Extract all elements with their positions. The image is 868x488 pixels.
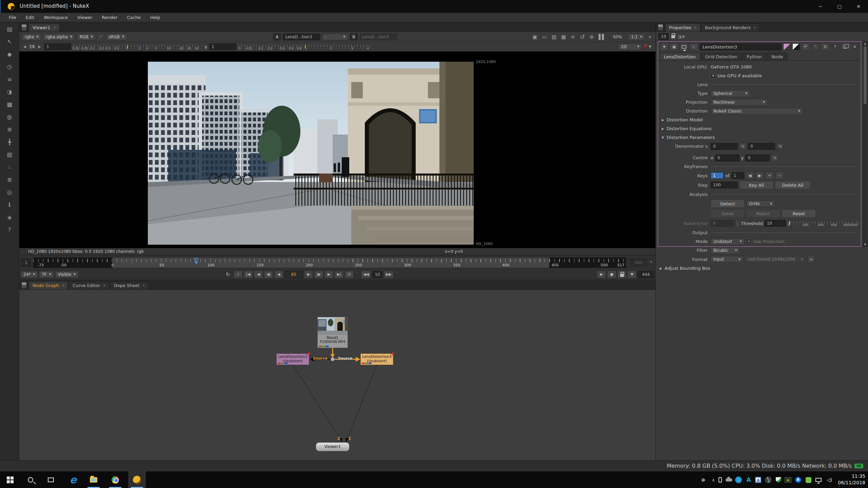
pause-icon[interactable]: ▌▌ xyxy=(597,34,607,40)
projection-dropdown[interactable]: Rectilinear▼ xyxy=(711,99,768,106)
3d-tool-icon[interactable]: ▧ xyxy=(4,149,15,160)
node-read1[interactable]: Read1 P1000046.MP4 xyxy=(317,317,348,348)
close-icon[interactable]: ✕ xyxy=(694,26,697,29)
gamma-slider[interactable]: 0 0.01 0.1 0.2 0.4 0.6 0.8 1 2 3 4 xyxy=(238,43,371,51)
format-equals-button[interactable]: = xyxy=(808,256,814,263)
annotation-pen-icon[interactable] xyxy=(642,44,647,49)
close-icon[interactable]: ✕ xyxy=(53,26,56,29)
delete-all-button[interactable]: Delete All xyxy=(775,181,810,189)
collapse-icon[interactable]: ▶ xyxy=(661,127,665,130)
fps-dropdown[interactable]: 24*▼ xyxy=(21,271,38,278)
collapse-panel-icon[interactable]: ▼ xyxy=(660,43,668,50)
step-field[interactable]: 100 xyxy=(711,182,738,188)
time-tool-icon[interactable]: ◷ xyxy=(4,61,15,73)
step-forward-button[interactable]: ▶▶ xyxy=(384,271,394,278)
input-b-selector[interactable]: LensD...tion3 xyxy=(360,34,397,40)
tab-python[interactable]: Python xyxy=(742,53,766,60)
chevron-down-icon[interactable]: ▼ xyxy=(647,45,653,48)
step-back-button[interactable]: ◀◀ xyxy=(361,271,371,278)
panel-divider-icon[interactable] xyxy=(21,282,27,289)
nvidia-tray-icon[interactable]: ◉ xyxy=(784,476,792,484)
prev-frame-button[interactable]: ◀| xyxy=(264,271,273,278)
particles-tool-icon[interactable]: ∴ xyxy=(4,161,15,173)
tab-viewer1[interactable]: Viewer1 ✕ xyxy=(29,23,60,32)
nuke-taskbar-button[interactable] xyxy=(128,471,146,488)
undo-icon[interactable]: ↶ xyxy=(802,43,810,50)
input-a-selector[interactable]: LensD...tion3 xyxy=(283,34,320,40)
centre-y-field[interactable]: 0 xyxy=(745,155,770,161)
frame-increment-field[interactable]: 10 xyxy=(372,271,382,278)
range-end-field[interactable]: 444 xyxy=(638,271,654,278)
node-viewer1[interactable]: Viewer1 xyxy=(316,442,350,451)
input-b-label[interactable]: B xyxy=(350,34,357,40)
record-icon[interactable]: ● xyxy=(607,271,616,278)
colorspace-dropdown[interactable]: sRGB▼ xyxy=(106,34,127,40)
close-all-panels-icon[interactable]: ⊐✕ xyxy=(678,34,685,39)
animation-curve-icon[interactable]: ∿ xyxy=(777,143,784,149)
fstop-prev-icon[interactable]: ◀ xyxy=(22,45,27,48)
format-dropdown[interactable]: Input▼ xyxy=(711,256,743,263)
lock-range-icon[interactable] xyxy=(617,271,626,278)
next-frame-button[interactable]: |▶ xyxy=(314,271,323,278)
delete-key-icon[interactable]: − xyxy=(775,172,784,179)
collapse-icon[interactable]: ▶ xyxy=(661,118,665,122)
monitor-icon[interactable] xyxy=(680,43,688,50)
distortion-dropdown[interactable]: NukeX Classic▼ xyxy=(711,108,803,115)
animation-curve-icon[interactable]: ∿ xyxy=(739,143,746,149)
close-panel-icon[interactable]: ✕ xyxy=(851,43,859,50)
channels-dropdown[interactable]: rgba▼ xyxy=(22,34,41,40)
gain-input[interactable]: 1 xyxy=(44,43,71,50)
node-color-swatch[interactable] xyxy=(783,43,791,50)
bluetooth-tray-icon[interactable]: B xyxy=(794,476,802,484)
lock-panels-icon[interactable] xyxy=(671,35,675,38)
panel-divider-icon[interactable] xyxy=(21,24,27,31)
tab-properties[interactable]: Properties ✕ xyxy=(665,23,701,32)
alpha-dropdown[interactable]: rgba.alpha▼ xyxy=(43,34,75,40)
close-icon[interactable]: ✕ xyxy=(753,26,756,29)
deep-tool-icon[interactable]: ≣ xyxy=(4,174,15,185)
other-tool-icon[interactable]: ? xyxy=(4,224,15,236)
reject-button[interactable]: Reject xyxy=(746,209,780,218)
goto-end-button[interactable]: ▶| xyxy=(335,271,343,278)
tab-lensdistortion[interactable]: LensDistortion xyxy=(659,53,700,60)
tab-background-renders[interactable]: Background Renders ✕ xyxy=(701,23,760,32)
proxy-dropdown[interactable]: 1:1▼ xyxy=(628,34,645,40)
float-panel-icon[interactable] xyxy=(841,43,849,50)
properties-scrollbar[interactable]: ▲ ▼ xyxy=(863,41,867,247)
toolsets-tool-icon[interactable]: ◈ xyxy=(4,211,15,223)
visibility-dropdown[interactable]: Visible▼ xyxy=(55,271,78,278)
gain-display-icon[interactable]: ▣ xyxy=(531,34,539,40)
people-tray-icon[interactable]: ꝋ xyxy=(699,476,707,484)
adjust-bounding-box-group[interactable]: Adjust Bounding Box xyxy=(665,266,710,271)
display-channel-dropdown[interactable]: RGB▼ xyxy=(77,34,96,40)
play-backward-button[interactable]: ◀ xyxy=(274,271,283,278)
playback-mode-icon[interactable]: ↻ xyxy=(223,271,232,278)
keys-total-field[interactable]: 1 xyxy=(731,172,744,179)
cursor-tool-icon[interactable]: ↖ xyxy=(4,36,15,47)
denominator-field-2[interactable]: 0 xyxy=(748,143,775,150)
keys-current-field[interactable]: 1 xyxy=(711,172,724,179)
close-icon[interactable]: ✕ xyxy=(103,284,105,287)
reset-button[interactable]: Reset xyxy=(782,209,816,218)
transform-tool-icon[interactable]: ╋ xyxy=(4,136,15,148)
redo-icon[interactable]: ↷ xyxy=(811,43,820,50)
in-point-button[interactable]: I xyxy=(234,271,242,278)
taskbar-clock[interactable]: 11:35 06/11/2018 xyxy=(838,473,865,486)
color-tool-icon[interactable]: ◑ xyxy=(4,86,15,98)
node-lensdistortion1[interactable]: LensDistortion1 (Undistort) xyxy=(276,353,309,365)
close-icon[interactable]: ✕ xyxy=(62,284,64,287)
add-key-icon[interactable]: + xyxy=(766,172,774,179)
next-key-icon[interactable]: ▶ xyxy=(756,172,764,179)
viewer-image-area[interactable]: 1920,1080 HD_1080 xyxy=(19,52,655,248)
layers-icon[interactable]: ▦ xyxy=(560,34,567,40)
mode-dropdown[interactable]: Undistort▼ xyxy=(711,238,745,245)
format-value-dropdown[interactable]: root.format 2048x1556▼ xyxy=(745,256,806,263)
panel-divider-icon[interactable] xyxy=(658,24,663,31)
chrome-button[interactable] xyxy=(106,471,124,488)
ab-blend-dropdown[interactable]: -▼ xyxy=(322,34,348,40)
solve-error-field[interactable]: 0 xyxy=(711,220,734,227)
usb-tray-icon[interactable] xyxy=(716,476,724,484)
merge-tool-icon[interactable]: ⊕ xyxy=(4,124,15,135)
channel-tool-icon[interactable]: ≡ xyxy=(4,74,15,85)
filter-tool-icon[interactable]: ▩ xyxy=(4,99,15,110)
